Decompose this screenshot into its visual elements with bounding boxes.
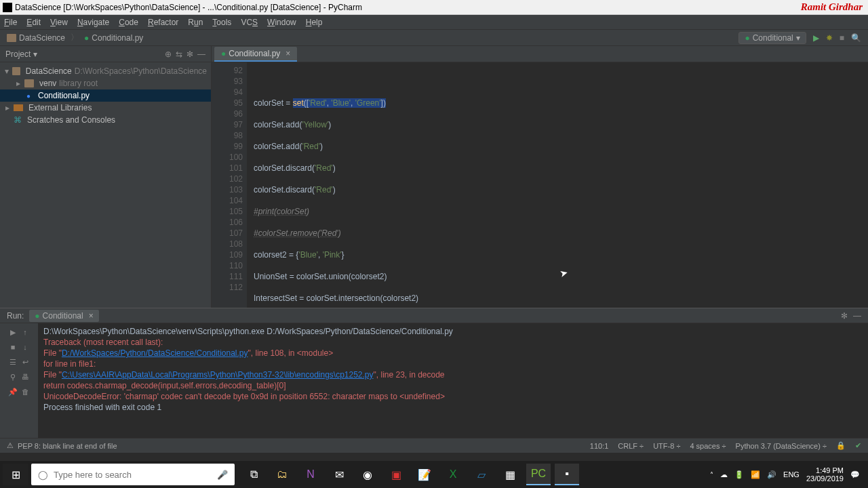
- run-button[interactable]: ▶: [813, 33, 819, 43]
- close-icon[interactable]: ×: [285, 49, 290, 58]
- debug-button[interactable]: ✸: [826, 33, 833, 43]
- project-tool-title[interactable]: Project: [5, 49, 31, 59]
- system-tray: ˄ ☁ 🔋 📶 🔊 ENG 1:49 PM 23/09/2019 💬: [710, 466, 865, 483]
- target-icon[interactable]: ⊕: [165, 49, 172, 59]
- chevron-down-icon: ▾: [796, 33, 800, 43]
- pin-icon[interactable]: 📌: [8, 387, 18, 396]
- run-config-name: Conditional: [753, 33, 793, 43]
- menu-code[interactable]: Code: [119, 18, 138, 27]
- menu-vcs[interactable]: VCS: [241, 18, 258, 27]
- breadcrumb-project[interactable]: DataScience: [19, 33, 65, 43]
- clock[interactable]: 1:49 PM 23/09/2019: [806, 466, 844, 483]
- search-icon: ◯: [38, 470, 48, 480]
- code-content[interactable]: colorSet = set(['Red', 'Blue', 'Green'])…: [247, 62, 604, 308]
- menu-navigate[interactable]: Navigate: [77, 18, 109, 27]
- stop-button[interactable]: ■: [840, 33, 844, 43]
- status-bar: ⚠ PEP 8: blank line at end of file 110:1…: [0, 438, 868, 453]
- notifications-icon[interactable]: 💬: [850, 470, 860, 479]
- onenote-icon[interactable]: N: [298, 464, 323, 485]
- camtasia-icon[interactable]: ▣: [384, 464, 408, 485]
- tray-overflow-icon[interactable]: ˄: [710, 471, 713, 479]
- stop-button[interactable]: ■: [8, 342, 18, 352]
- menu-edit[interactable]: Edit: [26, 18, 41, 27]
- folder-icon: [7, 34, 16, 42]
- pycharm-task-icon[interactable]: PC: [526, 464, 551, 485]
- run-config-selector[interactable]: ● Conditional ▾: [738, 32, 806, 44]
- rerun-button[interactable]: ▶: [8, 327, 18, 337]
- powershell-icon[interactable]: ▱: [469, 464, 494, 485]
- scroll-up-icon[interactable]: ↑: [20, 327, 30, 337]
- indent-setting[interactable]: 4 spaces ÷: [690, 442, 726, 450]
- menu-view[interactable]: View: [50, 18, 68, 27]
- run-label: Run:: [7, 311, 24, 321]
- menu-help[interactable]: Help: [306, 18, 323, 27]
- battery-icon[interactable]: 🔋: [734, 470, 744, 479]
- console-output[interactable]: D:\WorkSpaces\Python\DataScience\venv\Sc…: [38, 323, 868, 438]
- file-explorer-icon[interactable]: 🗂: [270, 464, 294, 485]
- window-titlebar: DataScience [D:\WorkSpaces\Python\DataSc…: [0, 0, 868, 15]
- menu-refactor[interactable]: Refactor: [148, 18, 178, 27]
- trash-icon[interactable]: 🗑: [20, 387, 30, 396]
- tree-item[interactable]: ▾DataScience D:\WorkSpaces\Python\DataSc…: [0, 65, 211, 77]
- calculator-icon[interactable]: ▦: [498, 464, 522, 485]
- task-view-icon[interactable]: ⧉: [241, 464, 266, 485]
- taskbar-search[interactable]: ◯ Type here to search 🎤: [31, 464, 235, 485]
- chevron-right-icon: 〉: [71, 32, 79, 43]
- editor-tab[interactable]: ● Conditional.py ×: [214, 47, 297, 62]
- python-icon: ●: [35, 311, 39, 321]
- windows-taskbar: ⊞ ◯ Type here to search 🎤 ⧉ 🗂 N ✉ ◉ ▣ 📝 …: [0, 461, 868, 488]
- menu-file[interactable]: File: [4, 18, 17, 27]
- folder-icon: [12, 67, 20, 75]
- chrome-icon[interactable]: ◉: [355, 464, 380, 485]
- watermark: Ramit Girdhar: [801, 1, 863, 13]
- gear-icon[interactable]: ✻: [186, 49, 193, 59]
- code-editor[interactable]: 9293949596979899100101102103104105106107…: [212, 62, 868, 308]
- hide-icon[interactable]: —: [197, 49, 205, 59]
- notifications-icon[interactable]: ✔: [855, 441, 861, 450]
- tree-item[interactable]: ▸External Libraries: [0, 102, 211, 114]
- breadcrumb-file[interactable]: Conditional.py: [92, 33, 143, 43]
- run-tab[interactable]: ● Conditional ×: [29, 310, 98, 322]
- tree-item[interactable]: ▸venv library root: [0, 77, 211, 89]
- caret-position[interactable]: 110:1: [590, 442, 609, 450]
- volume-icon[interactable]: 🔊: [767, 470, 776, 479]
- wifi-icon[interactable]: 📶: [751, 470, 760, 479]
- chevron-down-icon[interactable]: ▾: [33, 49, 37, 59]
- menu-tools[interactable]: Tools: [212, 18, 231, 27]
- cmd-icon[interactable]: ▪: [555, 464, 579, 485]
- lock-icon[interactable]: 🔒: [836, 441, 846, 450]
- close-icon[interactable]: ×: [89, 311, 94, 321]
- wrap-icon[interactable]: ↩: [20, 357, 30, 367]
- py-icon: ●: [24, 92, 33, 100]
- language-indicator[interactable]: ENG: [783, 470, 800, 479]
- collapse-icon[interactable]: ⇆: [176, 49, 182, 59]
- print-icon[interactable]: 🖶: [20, 372, 30, 382]
- project-tree[interactable]: ▾DataScience D:\WorkSpaces\Python\DataSc…: [0, 62, 211, 129]
- search-placeholder: Type here to search: [54, 470, 132, 480]
- onedrive-icon[interactable]: ☁: [720, 470, 728, 479]
- navigation-bar: DataScience 〉 ● Conditional.py ● Conditi…: [0, 30, 868, 46]
- gear-icon[interactable]: ✻: [841, 311, 848, 321]
- filter-icon[interactable]: ⚲: [8, 372, 18, 382]
- line-separator[interactable]: CRLF ÷: [618, 442, 644, 450]
- notepad-icon[interactable]: 📝: [412, 464, 437, 485]
- python-icon: ●: [84, 33, 89, 43]
- layout-icon[interactable]: ☰: [8, 357, 18, 367]
- search-everywhere-icon[interactable]: 🔍: [851, 33, 861, 43]
- mail-icon[interactable]: ✉: [327, 464, 351, 485]
- tree-item[interactable]: ●Conditional.py: [0, 89, 211, 102]
- mic-icon[interactable]: 🎤: [217, 470, 228, 480]
- hide-icon[interactable]: —: [853, 311, 861, 321]
- python-interpreter[interactable]: Python 3.7 (DataScience) ÷: [736, 442, 827, 450]
- menu-run[interactable]: Run: [188, 18, 203, 27]
- project-tool-window: Project ▾ ⊕ ⇆ ✻ — ▾DataScience D:\WorkSp…: [0, 46, 212, 308]
- run-tool-window: Run: ● Conditional × ✻ — ▶ ↑ ■ ↓ ☰ ↩: [0, 308, 868, 438]
- menu-window[interactable]: Window: [267, 18, 296, 27]
- tree-item[interactable]: ⌘Scratches and Consoles: [0, 114, 211, 126]
- scroll-down-icon[interactable]: ↓: [20, 342, 30, 352]
- warning-icon[interactable]: ⚠: [7, 441, 14, 450]
- file-encoding[interactable]: UTF-8 ÷: [653, 442, 680, 450]
- excel-icon[interactable]: X: [441, 464, 465, 485]
- start-button[interactable]: ⊞: [3, 464, 28, 485]
- window-title: DataScience [D:\WorkSpaces\Python\DataSc…: [15, 3, 362, 12]
